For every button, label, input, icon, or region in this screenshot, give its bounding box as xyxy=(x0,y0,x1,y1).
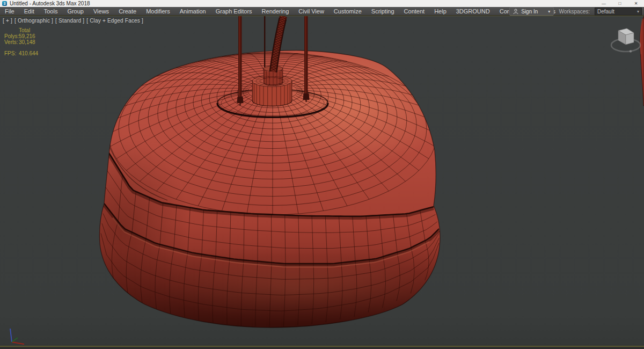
stats-polys-value: 59,216 xyxy=(19,33,35,39)
menu-views[interactable]: Views xyxy=(89,7,114,16)
viewport[interactable]: [ + ][ Orthographic ][ Standard ][ Clay … xyxy=(0,16,644,346)
menu-help[interactable]: Help xyxy=(429,7,451,16)
menu-group[interactable]: Group xyxy=(62,7,89,16)
maximize-button[interactable]: □ xyxy=(612,0,628,7)
viewport-label-seg-clay-edged-faces[interactable]: [ Clay + Edged Faces ] xyxy=(86,18,143,24)
window-controls: — □ ✕ xyxy=(596,0,644,7)
app-icon: 3 xyxy=(2,1,7,6)
menu-file[interactable]: File xyxy=(0,7,19,16)
viewport-label-seg-standard[interactable]: [ Standard ] xyxy=(55,18,84,24)
menu-scripting[interactable]: Scripting xyxy=(367,7,399,16)
close-button[interactable]: ✕ xyxy=(628,0,644,7)
viewport-label-seg-orthographic[interactable]: [ Orthographic ] xyxy=(14,18,53,24)
menu-rendering[interactable]: Rendering xyxy=(257,7,294,16)
3dsmax-window: { "window": { "title": "Untitled - Autod… xyxy=(0,0,644,349)
workspace-dropdown[interactable]: Default ▾ xyxy=(595,8,642,16)
viewport-statistics: Total Polys:59,216 Verts:30,148 FPS:410.… xyxy=(4,27,38,56)
menu-create[interactable]: Create xyxy=(114,7,141,16)
menu-3dground[interactable]: 3DGROUND xyxy=(451,7,495,16)
menu-bar-right: Sign In ▾ Workspaces: Default ▾ xyxy=(509,7,642,16)
menu-modifiers[interactable]: Modifiers xyxy=(141,7,175,16)
menu-customize[interactable]: Customize xyxy=(329,7,367,16)
menu-items: FileEditToolsGroupViewsCreateModifiersAn… xyxy=(0,7,560,15)
sign-in-button[interactable]: Sign In ▾ xyxy=(509,7,554,16)
workspace-caret-icon: ▾ xyxy=(637,9,639,14)
workspace-selected: Default xyxy=(597,9,614,14)
stats-fps-value: 410.644 xyxy=(19,50,38,56)
menu-bar: FileEditToolsGroupViewsCreateModifiersAn… xyxy=(0,7,644,16)
viewport-label-seg-[interactable]: [ + ] xyxy=(3,18,12,24)
viewport-canvas[interactable] xyxy=(0,16,644,346)
sign-in-label: Sign In xyxy=(521,9,538,14)
bottom-strip xyxy=(0,347,644,349)
stats-polys-label: Polys: xyxy=(4,33,19,39)
title-bar: 3 Untitled - Autodesk 3ds Max 2018 — □ ✕ xyxy=(0,0,644,7)
menu-tools[interactable]: Tools xyxy=(39,7,63,16)
sign-in-caret-icon: ▾ xyxy=(548,9,550,14)
window-title: Untitled - Autodesk 3ds Max 2018 xyxy=(10,1,90,6)
menu-animation[interactable]: Animation xyxy=(175,7,211,16)
user-icon xyxy=(513,9,518,14)
stats-verts-value: 30,148 xyxy=(19,39,35,45)
stats-total-header: Total xyxy=(19,27,30,33)
thin-wire xyxy=(264,16,265,67)
workspaces-label: Workspaces: xyxy=(559,9,590,14)
menu-graph-editors[interactable]: Graph Editors xyxy=(211,7,257,16)
stats-verts-label: Verts: xyxy=(4,39,19,45)
menu-edit[interactable]: Edit xyxy=(19,7,39,16)
viewcube-ring-notch xyxy=(630,50,632,52)
menu-content[interactable]: Content xyxy=(399,7,430,16)
viewport-label: [ + ][ Orthographic ][ Standard ][ Clay … xyxy=(3,18,145,24)
minimize-button[interactable]: — xyxy=(596,0,612,7)
menu-civil-view[interactable]: Civil View xyxy=(294,7,328,16)
stats-fps-label: FPS: xyxy=(4,50,19,56)
